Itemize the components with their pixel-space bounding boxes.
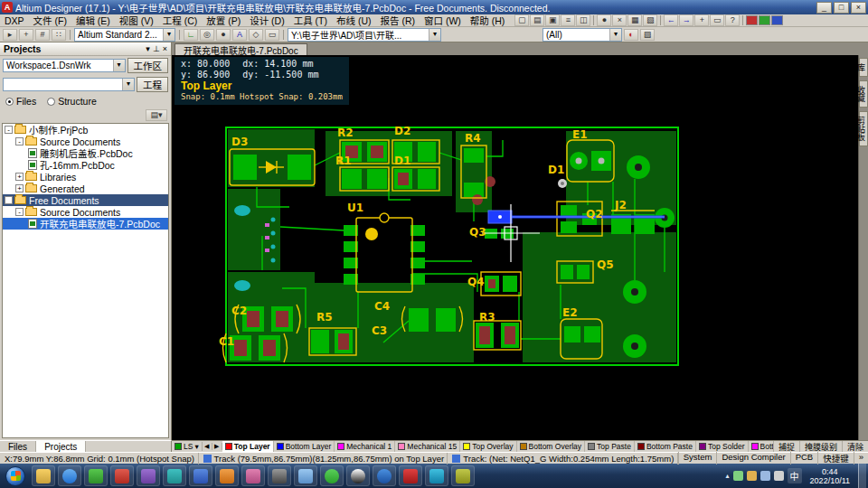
structure-radio[interactable]: Structure (47, 96, 97, 107)
pcb-board[interactable]: D3 R2 D2 R4 E1 R1 D1 U1 D1 Q3 Q2 J2 Q4 Q… (172, 55, 868, 440)
tree-item-project[interactable]: - 小制作.PrjPcb (3, 124, 168, 136)
project-button[interactable]: 工程 (137, 77, 168, 92)
taskbar-app-icon[interactable] (189, 465, 212, 486)
layer-tab-mechanical-1[interactable]: Mechanical 1 (335, 441, 395, 452)
pad-icon[interactable]: ● (216, 29, 231, 41)
layer-tab-top-solder[interactable]: Top Solder (696, 441, 749, 452)
tree-item-pcbdoc[interactable]: 孔-16mm.PcbDoc (3, 159, 168, 171)
project-select[interactable]: ▾ (3, 78, 135, 91)
tab-projects[interactable]: Projects (36, 441, 86, 452)
layer-color-green-icon[interactable] (759, 15, 770, 25)
minimize-button[interactable]: _ (816, 2, 832, 14)
paste-icon[interactable]: ▧ (643, 14, 657, 26)
component-ref[interactable]: D1 (394, 155, 410, 167)
clear-filter-icon[interactable]: ▨ (640, 29, 655, 41)
component-ref[interactable]: Q4 (467, 276, 485, 288)
layer-tab-bottom-solder[interactable]: Bottom Solder (749, 441, 773, 452)
component-ref[interactable]: R2 (337, 127, 354, 139)
chevron-down-icon[interactable]: ▾ (429, 29, 440, 41)
maximize-button[interactable]: □ (834, 2, 849, 14)
layer-tab-top-overlay[interactable]: Top Overlay (460, 441, 516, 452)
component-ref[interactable]: C3 (372, 324, 387, 337)
polygon-icon[interactable]: ◇ (249, 29, 263, 41)
component-ref[interactable]: R5 (316, 311, 333, 324)
print-preview-icon[interactable]: ◫ (576, 14, 590, 26)
component-ref[interactable]: U1 (347, 202, 363, 214)
network-icon[interactable] (760, 471, 770, 481)
zoom-fit-icon[interactable]: ▭ (710, 14, 724, 26)
layer-scroll-right-icon[interactable]: ▶ (212, 443, 222, 450)
taskbar-app-icon[interactable] (163, 465, 186, 486)
redo-icon[interactable]: → (679, 14, 693, 26)
tab-libraries[interactable]: 库 (859, 58, 868, 77)
start-button[interactable] (5, 466, 25, 486)
chevron-down-icon[interactable]: ▾ (194, 442, 198, 451)
taskbar-app-icon[interactable] (241, 465, 265, 486)
layer-tab-bottom-overlay[interactable]: Bottom Overlay (517, 441, 586, 452)
chevron-down-icon[interactable]: ▾ (122, 79, 134, 90)
component-ref[interactable]: C4 (374, 300, 390, 313)
cut-icon[interactable]: × (612, 14, 627, 26)
zoom-in-icon[interactable]: + (694, 14, 709, 26)
panel-close-icon[interactable]: × (163, 44, 167, 53)
snap-icon[interactable]: ∷ (52, 29, 66, 41)
component-ref[interactable]: C2 (231, 305, 247, 317)
wechat-icon[interactable] (320, 465, 344, 486)
tree-item-active-pcbdoc[interactable]: 开联充电串联放电-7.PcbDoc (3, 218, 168, 230)
layer-tab-bottom-paste[interactable]: Bottom Paste (635, 441, 696, 452)
component-ref[interactable]: Q5 (597, 258, 614, 271)
taskbar-app-icon[interactable] (268, 465, 291, 486)
taskbar-app-icon[interactable] (425, 465, 448, 486)
tab-files[interactable]: Files (0, 441, 36, 452)
grid-icon[interactable]: # (35, 29, 50, 41)
taskbar-app-icon[interactable] (399, 465, 422, 486)
open-icon[interactable]: ▤ (530, 14, 544, 26)
taskbar-app-icon[interactable] (84, 465, 108, 486)
layer-tab-mechanical-15[interactable]: Mechanical 15 (395, 441, 460, 452)
more-chevron-icon[interactable]: » (854, 452, 868, 465)
panel-menu-icon[interactable]: ▾ (146, 44, 150, 53)
tree-item-generated[interactable]: + Generated (3, 183, 168, 194)
component-ref[interactable]: D2 (394, 125, 410, 137)
menu-tools[interactable]: 工具 (T) (289, 14, 332, 27)
panels-button-pcb[interactable]: PCB (790, 452, 818, 465)
show-desktop-button[interactable] (858, 464, 866, 488)
layer-color-blue-icon[interactable] (771, 15, 783, 25)
component-ref[interactable]: C1 (219, 335, 234, 348)
menu-design[interactable]: 设计 (D) (245, 14, 289, 27)
close-button[interactable]: × (851, 2, 866, 14)
move-icon[interactable]: + (19, 29, 33, 41)
panels-button-shortcuts[interactable]: 快捷键 (817, 452, 854, 465)
menu-edit[interactable]: 编辑 (E) (71, 14, 115, 27)
place-string-icon[interactable]: A (232, 29, 247, 41)
layer-tab-top-layer[interactable]: Top Layer (222, 441, 274, 452)
workspace-select[interactable]: Workspace1.DsnWrk ▾ (3, 59, 126, 72)
mask-level-button[interactable]: 掩膜级别 (799, 441, 842, 452)
project-path-select[interactable]: Y:\电子世界\AD\项目\开联... ▾ (288, 28, 441, 42)
component-ref[interactable]: D3 (231, 136, 248, 148)
component-ref[interactable]: R4 (465, 132, 481, 145)
new-document-icon[interactable]: ▢ (514, 14, 529, 26)
panel-view-options-button[interactable]: ▤▾ (146, 109, 167, 121)
folder-icon[interactable] (32, 465, 55, 486)
taskbar-app-icon[interactable] (215, 465, 239, 486)
tab-clipboard[interactable]: 剪贴板 (859, 111, 868, 146)
copy-icon[interactable]: ▦ (627, 14, 642, 26)
menu-window[interactable]: 窗口 (W) (420, 14, 466, 27)
layer-set-select[interactable]: LS ▾ (172, 442, 203, 451)
ime-indicator[interactable]: 中 (788, 468, 802, 483)
document-tab[interactable]: 开联充电串联放电-7.PcbDoc (175, 43, 307, 55)
component-ref[interactable]: R1 (335, 155, 352, 167)
save-icon[interactable]: ▣ (545, 14, 560, 26)
tray-icon[interactable] (733, 471, 743, 481)
chevron-down-icon[interactable]: ▾ (163, 29, 175, 41)
component-ref[interactable]: E1 (572, 128, 588, 141)
menu-place[interactable]: 放置 (P) (202, 14, 245, 27)
panels-button-system[interactable]: System (678, 452, 717, 465)
panels-button-design-compiler[interactable]: Design Compiler (716, 452, 789, 465)
chevron-down-icon[interactable]: ▾ (113, 60, 125, 71)
menu-project[interactable]: 工程 (C) (158, 14, 203, 27)
component-ref[interactable]: Q2 (586, 208, 603, 221)
clear-button[interactable]: 清除 (842, 441, 868, 452)
menu-file[interactable]: 文件 (F) (29, 14, 71, 27)
